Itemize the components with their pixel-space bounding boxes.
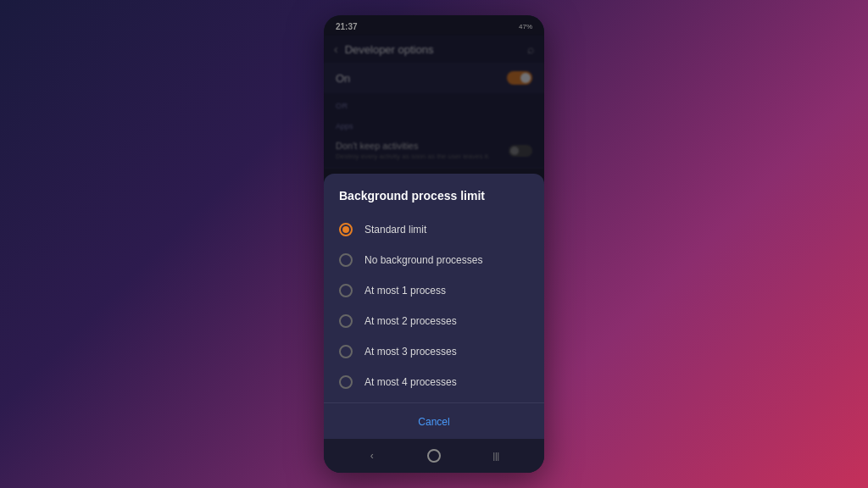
radio-label-at-most-4: At most 4 processes [364, 376, 457, 388]
nav-home-circle [427, 449, 441, 463]
nav-back-button[interactable]: ‹ [359, 444, 386, 468]
dialog-overlay: Background process limit Standard limit … [324, 15, 544, 439]
radio-option-no-background[interactable]: No background processes [324, 245, 544, 275]
radio-label-at-most-1: At most 1 process [364, 285, 446, 297]
radio-label-standard: Standard limit [364, 224, 426, 236]
radio-option-at-most-3[interactable]: At most 3 processes [324, 336, 544, 367]
radio-label-at-most-2: At most 2 processes [364, 315, 457, 327]
background-process-limit-dialog: Background process limit Standard limit … [324, 174, 544, 439]
dialog-title: Background process limit [324, 189, 544, 214]
bottom-nav: ‹ ||| [324, 439, 544, 473]
radio-circle-at-most-2 [339, 314, 353, 328]
radio-option-at-most-2[interactable]: At most 2 processes [324, 306, 544, 336]
phone-frame: 21:37 47% ‹ Developer options ⌕ On OR Ap… [324, 15, 544, 473]
radio-circle-at-most-4 [339, 375, 353, 389]
radio-option-at-most-1[interactable]: At most 1 process [324, 275, 544, 306]
radio-circle-standard [339, 223, 353, 236]
cancel-button[interactable]: Cancel [418, 416, 449, 428]
radio-circle-at-most-3 [339, 345, 353, 358]
radio-circle-at-most-1 [339, 284, 353, 297]
nav-recents-button[interactable]: ||| [482, 444, 509, 468]
radio-label-no-background: No background processes [364, 254, 482, 266]
radio-option-standard[interactable]: Standard limit [324, 214, 544, 245]
radio-label-at-most-3: At most 3 processes [364, 346, 457, 358]
radio-option-at-most-4[interactable]: At most 4 processes [324, 367, 544, 397]
dialog-cancel-row[interactable]: Cancel [324, 402, 544, 439]
radio-circle-no-background [339, 253, 353, 267]
nav-home-button[interactable] [420, 444, 448, 468]
